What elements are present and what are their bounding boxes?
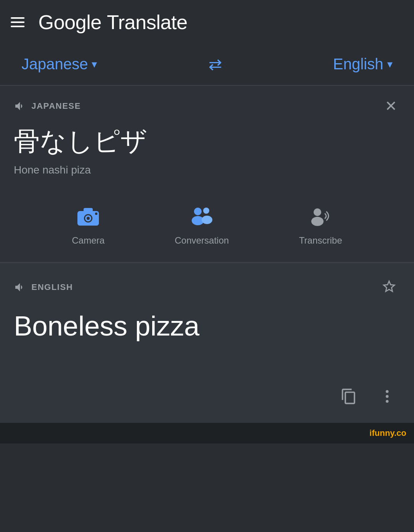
copy-button[interactable]	[337, 385, 360, 409]
conversation-icon-wrap	[188, 202, 215, 230]
app-title-google: Google	[38, 11, 107, 33]
language-bar: Japanese ▾ ⇄ English ▾	[0, 43, 414, 86]
svg-point-13	[386, 395, 388, 398]
transcribe-icon-wrap	[307, 202, 334, 230]
camera-icon-wrap	[74, 202, 102, 230]
source-language-name: JAPANESE	[31, 101, 81, 111]
app-header: Google Translate	[0, 0, 414, 43]
source-panel-header: JAPANESE ✕	[14, 97, 400, 115]
conversation-label: Conversation	[175, 235, 229, 246]
svg-point-10	[314, 208, 321, 216]
tools-row: Camera Conversation	[14, 195, 400, 250]
app-title-translate: Translate	[107, 11, 187, 33]
target-lang-chevron-icon: ▾	[387, 58, 393, 70]
camera-label: Camera	[72, 235, 104, 246]
close-source-button[interactable]: ✕	[382, 97, 400, 115]
camera-tool[interactable]: Camera	[72, 202, 104, 246]
transcribe-label: Transcribe	[299, 235, 342, 246]
svg-point-8	[203, 208, 209, 214]
translation-panel-header: ENGLISH	[14, 275, 400, 299]
svg-point-14	[386, 400, 388, 403]
swap-arrows-icon: ⇄	[209, 55, 222, 74]
svg-point-9	[202, 216, 212, 224]
svg-point-12	[386, 390, 388, 393]
more-options-button[interactable]	[376, 385, 399, 409]
svg-rect-1	[84, 208, 93, 213]
translation-panel: ENGLISH Boneless pizza	[0, 262, 414, 423]
translation-language-name: ENGLISH	[31, 282, 73, 292]
svg-point-6	[194, 208, 202, 215]
menu-button[interactable]	[11, 17, 25, 27]
source-lang-chevron-icon: ▾	[92, 58, 97, 70]
watermark-text: ifunny.co	[370, 428, 406, 438]
copy-icon	[340, 388, 357, 405]
source-text[interactable]: 骨なしピザ	[14, 126, 400, 157]
watermark-bar: ifunny.co	[0, 423, 414, 444]
source-language-button[interactable]: Japanese ▾	[15, 52, 103, 77]
camera-icon	[75, 205, 101, 227]
conversation-tool[interactable]: Conversation	[175, 202, 229, 246]
source-language-label: Japanese	[21, 56, 88, 73]
star-icon	[381, 278, 397, 295]
app-title: Google Translate	[38, 11, 187, 34]
source-lang-label-row: JAPANESE	[14, 100, 81, 112]
source-panel: JAPANESE ✕ 骨なしピザ Hone nashi piza Camera	[0, 86, 414, 262]
target-language-button[interactable]: English ▾	[327, 52, 399, 77]
speaker-icon[interactable]	[14, 100, 26, 112]
close-icon: ✕	[385, 98, 397, 114]
translation-actions	[337, 377, 399, 409]
conversation-icon	[188, 205, 215, 228]
swap-languages-button[interactable]: ⇄	[205, 51, 226, 77]
svg-point-11	[311, 217, 324, 226]
transcribe-tool[interactable]: Transcribe	[299, 202, 342, 246]
transcribe-icon	[307, 205, 334, 228]
target-language-label: English	[333, 56, 383, 73]
svg-rect-5	[95, 213, 97, 215]
more-options-icon	[379, 388, 396, 405]
star-button[interactable]	[378, 275, 400, 299]
translated-text: Boneless pizza	[14, 309, 400, 342]
translation-speaker-icon[interactable]	[14, 281, 26, 293]
source-romanization: Hone nashi piza	[14, 164, 400, 176]
translation-lang-label-row: ENGLISH	[14, 281, 73, 293]
svg-point-4	[87, 217, 90, 220]
